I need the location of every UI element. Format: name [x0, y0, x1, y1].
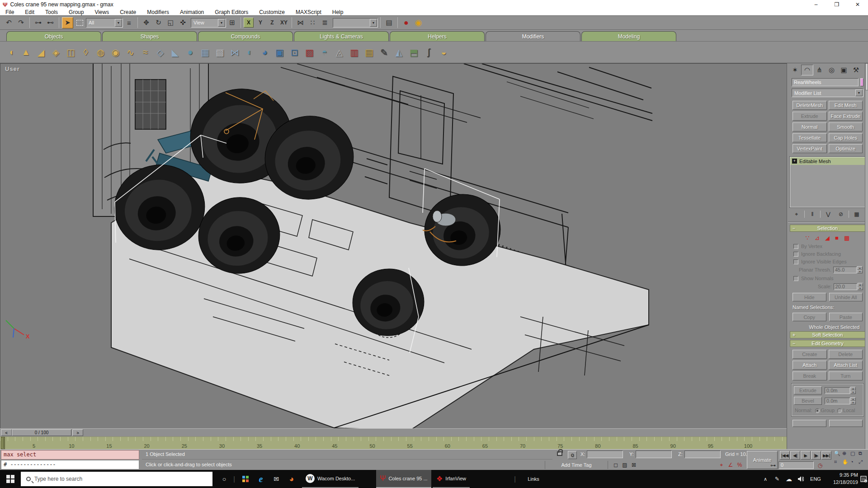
modifier-button[interactable]: Edit Mesh: [829, 101, 863, 110]
firefox-icon[interactable]: ◕: [284, 470, 299, 488]
menu-item[interactable]: Animation: [175, 9, 209, 15]
relax-icon[interactable]: ◉: [109, 46, 122, 59]
material-mod-icon[interactable]: ▥: [348, 46, 360, 59]
reference-coordsys-dropdown[interactable]: View▼: [191, 18, 226, 28]
selection-lock-icon[interactable]: [557, 451, 562, 456]
skew-icon[interactable]: ◇: [154, 46, 166, 59]
axis-constraint-button[interactable]: XY: [279, 18, 289, 28]
zoom-all-icon[interactable]: ⊕: [842, 450, 850, 459]
optimize-icon[interactable]: ◬: [333, 46, 345, 59]
bevel-button[interactable]: Bevel: [794, 397, 822, 405]
surface-icon[interactable]: ◒: [438, 46, 450, 59]
stack-entry-editable-mesh[interactable]: + Editable Mesh: [790, 157, 865, 165]
bevel-field[interactable]: 0.0m: [825, 398, 850, 404]
next-frame-icon[interactable]: |▶: [811, 451, 821, 460]
select-and-rotate-icon[interactable]: ↻: [153, 17, 164, 28]
toolbar-tab[interactable]: Shapes: [102, 31, 197, 41]
dotted-cube-icon[interactable]: ▨: [620, 461, 629, 469]
display-tab-icon[interactable]: ▣: [838, 65, 850, 75]
percent-snap-icon[interactable]: %: [735, 461, 744, 469]
task-gmax[interactable]: Ψ Coles crane 95 ...: [376, 470, 431, 488]
menu-item[interactable]: Group: [63, 9, 89, 15]
menu-item[interactable]: MAXScript: [290, 9, 327, 15]
axis-constraint-button[interactable]: Z: [267, 18, 277, 28]
normal-group-radio[interactable]: [815, 408, 820, 413]
select-and-manipulate-icon[interactable]: ✜: [177, 17, 189, 28]
taper-icon[interactable]: ▲: [20, 46, 32, 59]
arc-rotate-icon[interactable]: ◔: [850, 459, 859, 468]
unhide-all-button[interactable]: Unhide All: [829, 293, 863, 301]
polygon-icon[interactable]: ■: [835, 235, 839, 241]
select-object-icon[interactable]: ➤: [62, 17, 73, 28]
menu-item[interactable]: Help: [327, 9, 349, 15]
squeeze-icon[interactable]: ◊: [80, 46, 92, 59]
edit-geometry-button[interactable]: Break: [793, 371, 827, 380]
edit-geometry-button[interactable]: Attach List: [829, 361, 863, 370]
wave-icon[interactable]: ≈: [139, 46, 151, 59]
edit-geometry-button[interactable]: Turn: [829, 371, 863, 380]
extrude-spinner[interactable]: ▲▼: [850, 387, 856, 394]
unwrap-uvw-icon[interactable]: ▣: [274, 46, 286, 59]
time-config-icon[interactable]: ◷: [816, 461, 825, 469]
toolbar-tab[interactable]: Modifiers: [486, 31, 580, 41]
store-icon[interactable]: [238, 470, 253, 488]
paste-button[interactable]: Paste: [829, 313, 863, 321]
planar-thresh-field[interactable]: 45.0: [833, 267, 857, 273]
add-time-tag[interactable]: Add Time Tag: [545, 461, 608, 469]
select-and-move-icon[interactable]: ✥: [141, 17, 152, 28]
displace-icon[interactable]: ◐: [244, 46, 256, 59]
ie-icon[interactable]: e: [253, 470, 269, 488]
x-coord-field[interactable]: [587, 450, 623, 458]
onedrive-cloud-icon[interactable]: ☁: [783, 470, 795, 488]
vertex-paint-icon[interactable]: ✎: [378, 46, 390, 59]
pen-icon[interactable]: ✎: [771, 470, 783, 488]
hierarchy-tab-icon[interactable]: ⋔: [813, 65, 826, 75]
modifier-button[interactable]: Normal: [793, 122, 827, 131]
show-end-result-icon[interactable]: ‖: [807, 210, 818, 218]
slice-icon[interactable]: ◣: [169, 46, 181, 59]
axis-constraint-button[interactable]: X: [244, 18, 254, 28]
menu-item[interactable]: Views: [89, 9, 114, 15]
modifier-button[interactable]: Smooth: [829, 122, 863, 131]
twist-icon[interactable]: ◢: [35, 46, 47, 59]
pin-stack-icon[interactable]: ⌖: [791, 210, 802, 218]
speaker-icon[interactable]: [795, 470, 807, 488]
spherify-icon[interactable]: ●: [184, 46, 196, 59]
ffd-icon[interactable]: ▦: [199, 46, 211, 59]
mesh-smooth-icon[interactable]: ◓: [318, 46, 330, 59]
wire-cube-icon[interactable]: ⊠: [629, 461, 638, 469]
edit-geometry-rollout-header[interactable]: −Edit Geometry: [790, 340, 865, 347]
face-icon[interactable]: ◢: [825, 235, 830, 241]
show-normals-checkbox[interactable]: Show Normals: [793, 276, 868, 281]
create-tab-icon[interactable]: ✶: [789, 65, 801, 75]
object-color-swatch[interactable]: [860, 78, 863, 86]
edit-spline-icon[interactable]: ∫: [423, 46, 435, 59]
select-and-scale-icon[interactable]: ◱: [165, 17, 176, 28]
configure-stack-icon[interactable]: ▦: [851, 210, 863, 218]
links-toolbar[interactable]: Links: [520, 470, 547, 488]
modifier-button[interactable]: Optimize: [829, 144, 863, 153]
zoom-extents-icon[interactable]: ▢: [850, 450, 859, 459]
pan-icon[interactable]: ✋: [842, 459, 850, 468]
taskbar-search[interactable]: Type here to search: [21, 472, 212, 486]
clipped-button[interactable]: [793, 420, 826, 427]
menu-item[interactable]: File: [0, 9, 19, 15]
toolbar-tab[interactable]: Lights & Cameras: [294, 31, 389, 41]
copy-button[interactable]: Copy: [793, 313, 826, 321]
maxscript-listener-line1[interactable]: max select: [1, 450, 139, 460]
normal-mod-icon[interactable]: ◭: [393, 46, 405, 59]
snaps-toggle-icon[interactable]: ⌖: [717, 461, 726, 469]
normal-local-radio[interactable]: [837, 408, 842, 413]
extrude-field[interactable]: 0.0m: [825, 387, 850, 394]
modifier-list-dropdown[interactable]: Modifier List▼: [792, 89, 863, 97]
element-icon[interactable]: ▩: [844, 235, 849, 241]
rectangular-selection-icon[interactable]: [74, 17, 85, 28]
utilities-tab-icon[interactable]: ⚒: [850, 65, 862, 75]
task-irfanview[interactable]: ❖ IrfanView: [433, 470, 470, 488]
close-button[interactable]: ✕: [847, 0, 868, 9]
menu-item[interactable]: Graph Editors: [209, 9, 254, 15]
toolbar-tab[interactable]: Helpers: [390, 31, 485, 41]
soft-selection-rollout-header[interactable]: +Soft Selection: [790, 331, 865, 338]
material-navigator-icon[interactable]: ◉: [413, 17, 424, 28]
current-frame-field[interactable]: 0: [778, 461, 814, 469]
